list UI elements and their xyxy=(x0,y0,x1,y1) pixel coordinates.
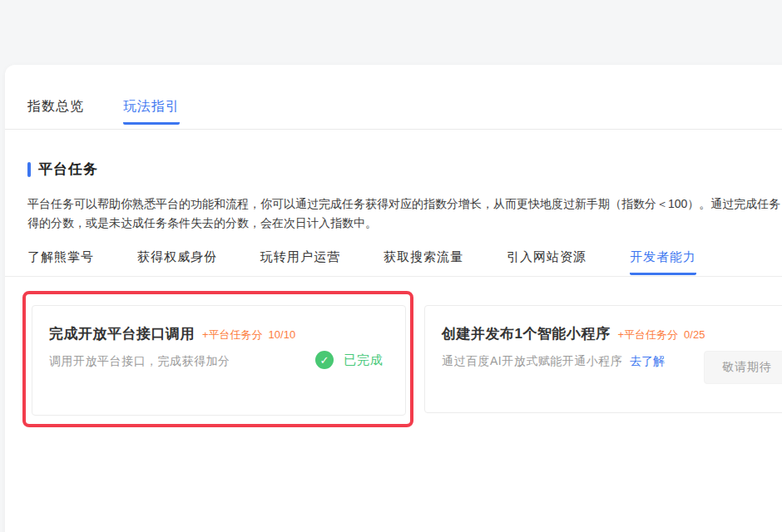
task-description: 通过百度AI开放式赋能开通小程序 xyxy=(442,354,622,369)
main-tabs: 指数总览 玩法指引 xyxy=(27,98,180,125)
tabs-divider xyxy=(5,129,782,130)
section-header: 平台任务 xyxy=(27,160,98,179)
card-desc-row: 调用开放平台接口，完成获得加分 xyxy=(49,354,230,369)
card-desc-row: 通过百度AI开放式赋能开通小程序 去了解 xyxy=(442,354,665,369)
content-panel: 指数总览 玩法指引 平台任务 平台任务可以帮助你熟悉平台的功能和流程，你可以通过… xyxy=(5,65,782,532)
task-card-api-call: 完成开放平台接口调用 +平台任务分 10/10 调用开放平台接口，完成获得加分 … xyxy=(32,305,406,416)
subtab-know-xiongzhang[interactable]: 了解熊掌号 xyxy=(27,249,94,275)
subtab-search-traffic[interactable]: 获取搜索流量 xyxy=(384,249,463,275)
learn-more-link[interactable]: 去了解 xyxy=(630,354,665,369)
coming-soon-button[interactable]: 敬请期待 xyxy=(704,351,782,384)
tab-play-guide[interactable]: 玩法指引 xyxy=(123,98,180,125)
task-score-value: 10/10 xyxy=(269,328,296,341)
subtabs-divider xyxy=(5,276,782,277)
task-description: 调用开放平台接口，完成获得加分 xyxy=(49,354,230,369)
section-title: 平台任务 xyxy=(38,160,98,179)
check-icon: ✓ xyxy=(315,351,334,369)
subtab-developer-ability[interactable]: 开发者能力 xyxy=(630,249,696,275)
task-score-label: +平台任务分 xyxy=(617,328,678,342)
task-score-value: 0/25 xyxy=(684,328,705,341)
task-score-label: +平台任务分 xyxy=(202,328,263,342)
page: { "colors": { "accent_blue": "#3c76f0", … xyxy=(0,0,782,532)
description-line-1: 平台任务可以帮助你熟悉平台的功能和流程，你可以通过完成任务获得对应的指数分增长，… xyxy=(27,195,780,214)
section-description: 平台任务可以帮助你熟悉平台的功能和流程，你可以通过完成任务获得对应的指数分增长，… xyxy=(27,195,780,233)
subtab-user-operation[interactable]: 玩转用户运营 xyxy=(260,249,340,275)
subtab-site-resources[interactable]: 引入网站资源 xyxy=(507,249,586,275)
task-category-tabs: 了解熊掌号 获得权威身份 玩转用户运营 获取搜索流量 引入网站资源 开发者能力 xyxy=(27,249,696,275)
status-label: 已完成 xyxy=(344,352,384,368)
task-status: ✓ 已完成 xyxy=(315,351,384,369)
card-title-row: 完成开放平台接口调用 +平台任务分 10/10 xyxy=(49,324,295,343)
task-title: 完成开放平台接口调用 xyxy=(49,324,195,343)
subtab-authority-identity[interactable]: 获得权威身份 xyxy=(137,249,217,275)
tab-index-overview[interactable]: 指数总览 xyxy=(27,98,84,125)
card-title-row: 创建并发布1个智能小程序 +平台任务分 0/25 xyxy=(442,324,705,343)
task-title: 创建并发布1个智能小程序 xyxy=(442,324,610,343)
description-line-2: 得的分数，或是未达成任务条件失去的分数，会在次日计入指数中。 xyxy=(27,214,780,233)
task-card-mini-program: 创建并发布1个智能小程序 +平台任务分 0/25 通过百度AI开放式赋能开通小程… xyxy=(424,305,782,413)
section-accent-bar xyxy=(27,162,31,177)
